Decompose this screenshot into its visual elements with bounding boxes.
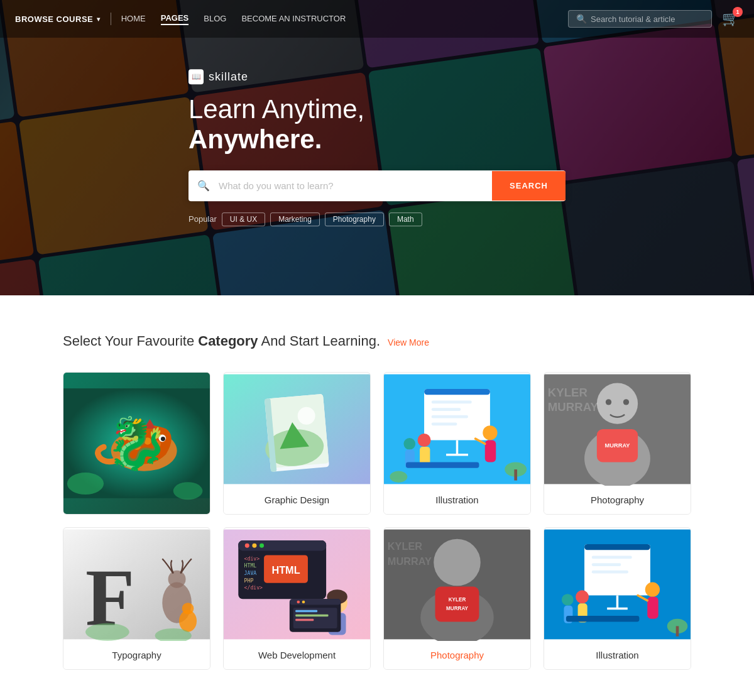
tag-marketing[interactable]: Marketing	[270, 212, 320, 226]
svg-rect-76	[295, 610, 317, 612]
svg-rect-102	[566, 616, 640, 621]
animation-svg	[63, 373, 210, 514]
category-label-animation: Animation	[63, 514, 210, 515]
svg-point-50	[168, 571, 186, 588]
svg-point-53	[85, 623, 129, 641]
svg-point-98	[576, 590, 589, 603]
nav-link-home[interactable]: HOME	[121, 14, 146, 25]
svg-point-37	[390, 471, 407, 483]
svg-point-27	[483, 425, 497, 440]
category-label-illustration2: Illustration	[544, 641, 691, 669]
category-card-photography2[interactable]: KYLER MURRAY KYLER MURRAY Photography	[383, 527, 531, 670]
svg-text:JAVA: JAVA	[244, 570, 257, 576]
illustration-svg	[384, 373, 530, 486]
section-title-prefix: Select Your Favourite	[63, 333, 198, 349]
hero-search-input[interactable]	[219, 170, 492, 201]
svg-point-30	[418, 434, 431, 447]
svg-text:MURRAY: MURRAY	[388, 555, 432, 567]
svg-text:KYLER: KYLER	[449, 597, 466, 603]
svg-point-8	[161, 437, 165, 441]
svg-point-44	[623, 399, 629, 405]
hero-background: 📖 skillate Learn Anytime, Anywhere. 🔍 SE…	[0, 0, 754, 295]
category-card-illustration[interactable]: Illustration	[383, 372, 531, 515]
brand-logo: 📖 skillate	[188, 69, 566, 84]
category-label-illustration: Illustration	[384, 486, 530, 514]
browse-course-button[interactable]: BROWSE COURSE ▾	[15, 14, 101, 24]
svg-text:HTML: HTML	[271, 564, 300, 576]
svg-point-73	[297, 601, 300, 604]
svg-rect-20	[424, 389, 490, 395]
search-button[interactable]: SEARCH	[492, 171, 566, 200]
category-card-web-development[interactable]: <div> HTML JAVA PHP </div> HTML	[223, 527, 371, 670]
svg-text:</div>: </div>	[244, 584, 263, 591]
nav-search-bar: 🔍	[568, 10, 712, 28]
nav-link-become-instructor[interactable]: BECOME AN INSTRUCTOR	[241, 14, 346, 25]
svg-point-100	[562, 594, 574, 606]
nav-divider	[111, 13, 111, 25]
svg-marker-6	[135, 422, 145, 432]
svg-point-3	[144, 437, 151, 445]
tag-photography[interactable]: Photography	[325, 212, 384, 226]
svg-point-52	[182, 603, 194, 615]
search-icon: 🔍	[576, 14, 587, 24]
category-label-photography2: Photography	[384, 641, 530, 669]
popular-tags: Popular UI & UX Marketing Photography Ma…	[188, 212, 566, 226]
category-image-illustration	[384, 373, 530, 486]
chevron-down-icon: ▾	[97, 16, 101, 23]
graphic-design-svg	[224, 373, 370, 486]
svg-rect-21	[432, 401, 472, 404]
svg-point-7	[158, 435, 166, 442]
svg-rect-57	[238, 540, 326, 550]
photography-svg: MURRAY KYLER MURRAY	[544, 373, 691, 486]
category-image-typography: F	[63, 528, 210, 641]
svg-rect-23	[432, 415, 468, 418]
view-more-link[interactable]: View More	[388, 337, 429, 347]
svg-text:KYLER: KYLER	[548, 386, 588, 399]
svg-rect-24	[432, 423, 457, 426]
category-card-animation[interactable]: Animation	[63, 372, 210, 515]
svg-rect-22	[432, 408, 461, 411]
nav-link-blog[interactable]: BLOG	[204, 14, 226, 25]
svg-rect-19	[424, 389, 490, 440]
cart-button[interactable]: 🛒 1	[722, 11, 739, 27]
hero-title-line1: Learn Anytime,	[188, 94, 364, 124]
svg-point-4	[153, 440, 161, 448]
svg-rect-92	[592, 571, 628, 574]
svg-rect-77	[295, 615, 328, 616]
category-image-illustration2	[544, 528, 691, 641]
nav-search-input[interactable]	[591, 14, 704, 24]
svg-point-74	[302, 601, 305, 604]
svg-text:KYLER: KYLER	[388, 540, 422, 552]
category-image-web-development: <div> HTML JAVA PHP </div> HTML	[224, 528, 370, 641]
tag-math[interactable]: Math	[389, 212, 422, 226]
svg-text:<div>: <div>	[244, 555, 260, 562]
svg-rect-82	[435, 586, 479, 621]
category-card-illustration2[interactable]: Illustration	[544, 527, 691, 670]
brand-name: skillate	[209, 70, 248, 84]
svg-point-2	[133, 441, 141, 450]
category-card-typography[interactable]: F Typography	[63, 527, 210, 670]
svg-point-32	[403, 438, 415, 450]
category-label-photography: Photography	[544, 486, 691, 514]
section-header: Select Your Favourite Category And Start…	[63, 333, 691, 349]
svg-rect-96	[647, 597, 658, 619]
typography-svg: F	[63, 528, 210, 641]
tag-ui-ux[interactable]: UI & UX	[222, 212, 265, 226]
svg-rect-88	[584, 544, 650, 596]
svg-text:MURRAY: MURRAY	[604, 442, 630, 449]
category-image-photography2: KYLER MURRAY KYLER MURRAY	[384, 528, 530, 641]
nav-link-pages[interactable]: PAGES	[161, 13, 189, 25]
hero-search-bar: 🔍 SEARCH	[188, 170, 566, 201]
svg-point-59	[252, 544, 256, 548]
section-title-suffix: And Start Learning.	[258, 333, 380, 349]
svg-text:MURRAY: MURRAY	[548, 400, 599, 413]
category-image-photography: MURRAY KYLER MURRAY	[544, 373, 691, 486]
section-title: Select Your Favourite Category And Start…	[63, 333, 380, 349]
svg-marker-5	[144, 419, 156, 429]
category-card-photography[interactable]: MURRAY KYLER MURRAY Photography	[544, 372, 691, 515]
category-card-graphic-design[interactable]: Graphic Design	[223, 372, 371, 515]
section-title-bold: Category	[198, 333, 258, 349]
hero-section: BROWSE COURSE ▾ HOME PAGES BLOG BECOME A…	[0, 0, 754, 295]
brand-icon: 📖	[188, 69, 204, 84]
svg-point-39	[597, 383, 638, 424]
